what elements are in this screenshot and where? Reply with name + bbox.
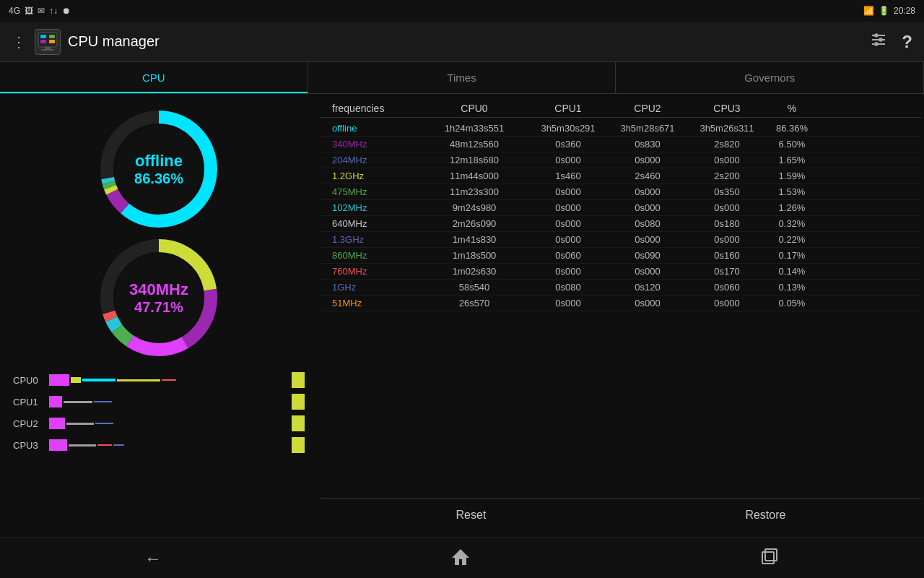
sync-icon: ↑↓ bbox=[49, 6, 58, 16]
cpu3-cell: 0s180 bbox=[687, 218, 767, 229]
main-content: offline 86.36% 340MHz 47.71% bbox=[0, 94, 924, 538]
freq-cell: 1.2GHz bbox=[326, 171, 420, 181]
svg-rect-1 bbox=[40, 35, 46, 38]
cpu1-label: CPU1 bbox=[13, 397, 49, 407]
cpu1-cell: 0s000 bbox=[528, 186, 608, 197]
cpu3-cell: 2s820 bbox=[687, 139, 767, 150]
cpu0-cell: 12m18s680 bbox=[420, 155, 528, 165]
cpu1-bars bbox=[49, 394, 305, 409]
cpu1-cell: 0s360 bbox=[528, 139, 608, 150]
freq-cell: 760MHz bbox=[326, 266, 420, 277]
svg-rect-5 bbox=[45, 47, 51, 49]
freq-cell: 475MHz bbox=[326, 186, 420, 197]
col-frequencies: frequencies bbox=[326, 103, 420, 114]
home-button[interactable] bbox=[450, 546, 471, 571]
cpu0-cell: 26s570 bbox=[420, 298, 528, 309]
pct-cell: 1.59% bbox=[767, 171, 817, 181]
app-icon bbox=[35, 29, 61, 55]
col-cpu3: CPU3 bbox=[687, 103, 767, 114]
cpu3-label: CPU3 bbox=[13, 440, 49, 451]
cpu3-cell: 0s000 bbox=[687, 202, 767, 213]
photo-icon: 🖼 bbox=[25, 6, 33, 16]
donut1-label: offline bbox=[134, 152, 183, 171]
freq-donut: 340MHz 47.71% bbox=[94, 233, 224, 363]
tab-cpu[interactable]: CPU bbox=[0, 62, 308, 93]
table-row: 1.3GHz1m41s8300s0000s0000s0000.22% bbox=[321, 232, 921, 248]
cpu3-row: CPU3 bbox=[13, 435, 305, 455]
back-button[interactable]: ← bbox=[144, 548, 162, 569]
cpu0-cell: 48m12s560 bbox=[420, 139, 528, 150]
cpu2-cell: 0s000 bbox=[608, 186, 687, 197]
cpu1-cell: 1s460 bbox=[528, 171, 608, 181]
cpu2-cell: 0s830 bbox=[608, 139, 687, 150]
col-cpu1: CPU1 bbox=[528, 103, 608, 114]
table-row: 760MHz1m02s6300s0000s0000s1700.14% bbox=[321, 264, 921, 280]
app-bar: ⋮ CPU manager ? bbox=[0, 22, 924, 62]
pct-cell: 0.22% bbox=[767, 234, 817, 245]
table-row: 1.2GHz11m44s0001s4602s4602s2001.59% bbox=[321, 168, 921, 184]
svg-rect-0 bbox=[38, 33, 57, 47]
toolbar-icons: ? bbox=[870, 31, 912, 53]
pct-cell: 0.17% bbox=[767, 250, 817, 261]
status-bar: 4G 🖼 ✉ ↑↓ ⏺ 📶 🔋 20:28 bbox=[0, 0, 924, 22]
svg-rect-27 bbox=[762, 552, 774, 564]
cpu1-cell: 0s000 bbox=[528, 266, 608, 277]
cpu2-label: CPU2 bbox=[13, 418, 49, 429]
cpu2-cell: 0s120 bbox=[608, 282, 687, 293]
cpu2-cell: 0s090 bbox=[608, 250, 687, 261]
freq-cell: 860MHz bbox=[326, 250, 420, 261]
pct-cell: 6.50% bbox=[767, 139, 817, 150]
cpu0-cell: 1h24m33s551 bbox=[420, 123, 528, 134]
cpu3-cell: 3h5m26s311 bbox=[687, 123, 767, 134]
pct-cell: 1.65% bbox=[767, 155, 817, 165]
freq-cell: offline bbox=[326, 123, 420, 134]
table-row: 204MHz12m18s6800s0000s0000s0001.65% bbox=[321, 152, 921, 168]
cpu2-cell: 0s080 bbox=[608, 218, 687, 229]
freq-table: frequencies CPU0 CPU1 CPU2 CPU3 % offlin… bbox=[321, 100, 921, 498]
cpu2-cell: 0s000 bbox=[608, 155, 687, 165]
battery-icon: 🔋 bbox=[879, 6, 889, 16]
svg-rect-4 bbox=[49, 40, 55, 43]
cpu2-cell: 0s000 bbox=[608, 234, 687, 245]
freq-cell: 340MHz bbox=[326, 139, 420, 150]
donut1-center: offline 86.36% bbox=[134, 152, 183, 187]
cpu0-cell: 1m02s630 bbox=[420, 266, 528, 277]
help-icon[interactable]: ? bbox=[902, 32, 912, 52]
cpu3-bars bbox=[49, 438, 305, 452]
cpu3-cell: 0s000 bbox=[687, 298, 767, 309]
svg-rect-6 bbox=[41, 49, 54, 51]
cpu0-cell: 58s540 bbox=[420, 282, 528, 293]
right-panel: frequencies CPU0 CPU1 CPU2 CPU3 % offlin… bbox=[318, 94, 924, 538]
donut2-center: 340MHz 47.71% bbox=[129, 280, 188, 316]
reset-button[interactable]: Reset bbox=[427, 504, 515, 526]
cpu0-cell: 11m23s300 bbox=[420, 186, 528, 197]
svg-rect-3 bbox=[49, 35, 55, 38]
table-row: offline1h24m33s5513h5m30s2913h5m28s6713h… bbox=[321, 121, 921, 137]
freq-cell: 51MHz bbox=[326, 298, 420, 309]
table-row: 640MHz2m26s0900s0000s0800s1800.32% bbox=[321, 216, 921, 232]
recent-button[interactable] bbox=[759, 546, 780, 571]
clock: 20:28 bbox=[894, 6, 915, 16]
cpu3-cell: 0s160 bbox=[687, 250, 767, 261]
menu-button[interactable]: ⋮ bbox=[12, 33, 26, 51]
cpu2-cell: 3h5m28s671 bbox=[608, 123, 687, 134]
cpu1-cell: 0s000 bbox=[528, 218, 608, 229]
cpu3-cell: 0s350 bbox=[687, 186, 767, 197]
svg-marker-26 bbox=[452, 549, 469, 565]
tab-governors[interactable]: Governors bbox=[616, 62, 924, 93]
settings-icon[interactable] bbox=[870, 31, 887, 53]
freq-cell: 204MHz bbox=[326, 155, 420, 165]
cpu1-cell: 0s060 bbox=[528, 250, 608, 261]
status-left: 4G 🖼 ✉ ↑↓ ⏺ bbox=[9, 6, 71, 16]
tab-times[interactable]: Times bbox=[308, 62, 616, 93]
cpu0-cell: 2m26s090 bbox=[420, 218, 528, 229]
restore-button[interactable]: Restore bbox=[716, 504, 814, 526]
cpu3-cell: 0s170 bbox=[687, 266, 767, 277]
cpu3-cell: 0s060 bbox=[687, 282, 767, 293]
table-body: offline1h24m33s5513h5m30s2913h5m28s6713h… bbox=[321, 121, 921, 311]
col-cpu0: CPU0 bbox=[420, 103, 528, 114]
table-row: 1GHz58s5400s0800s1200s0600.13% bbox=[321, 280, 921, 296]
cpu1-cell: 3h5m30s291 bbox=[528, 123, 608, 134]
cpu0-row: CPU0 bbox=[13, 370, 305, 390]
table-row: 102MHz9m24s9800s0000s0000s0001.26% bbox=[321, 200, 921, 216]
